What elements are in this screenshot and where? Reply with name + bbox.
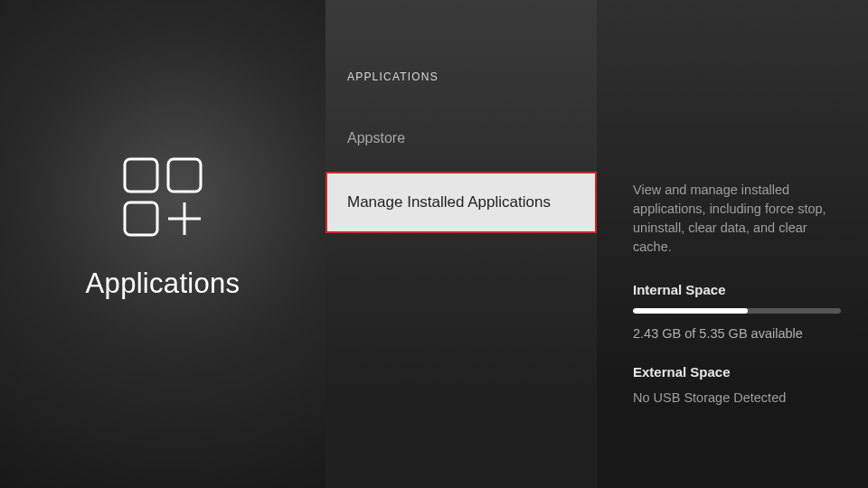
sidebar-title: Applications [86,267,241,300]
internal-space-fill [633,308,748,314]
menu-item-label: Manage Installed Applications [347,193,551,211]
internal-space-bar [633,308,841,314]
sidebar: Applications [0,0,326,488]
settings-list: APPLICATIONS Appstore Manage Installed A… [326,0,597,488]
menu-item-manage-installed-applications[interactable]: Manage Installed Applications [326,172,597,233]
applications-icon [118,152,208,242]
internal-space-text: 2.43 GB of 5.35 GB available [633,326,841,341]
external-space-text: No USB Storage Detected [633,390,841,405]
svg-rect-2 [125,202,157,235]
svg-rect-1 [168,159,201,192]
external-space-label: External Space [633,364,841,380]
detail-panel: View and manage installed applications, … [597,0,868,488]
section-heading: APPLICATIONS [326,70,597,114]
menu-item-appstore[interactable]: Appstore [326,114,597,163]
internal-space-label: Internal Space [633,282,841,297]
detail-description: View and manage installed applications, … [633,181,841,257]
svg-rect-0 [125,159,157,192]
menu-item-label: Appstore [347,130,405,145]
